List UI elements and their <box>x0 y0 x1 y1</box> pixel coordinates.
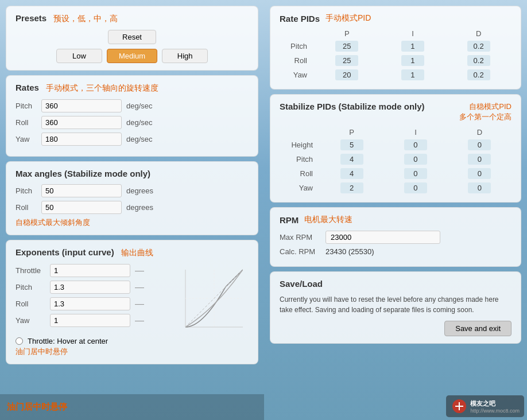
stab-pids-height-i: 0 <box>383 138 447 152</box>
angles-pitch-input[interactable] <box>41 184 122 197</box>
stab-pids-roll-p: 4 <box>320 166 383 181</box>
stabilize-pids-card: Stabilize PIDs (Stabilize mode only) 自稳模… <box>270 94 521 203</box>
rate-pids-yaw-label: Yaw <box>280 68 314 82</box>
stab-pids-annotations: 自稳模式PID 多个第一个定高 <box>459 102 512 122</box>
save-load-card: Save/Load Currently you will have to res… <box>270 271 521 344</box>
rates-title-text: Rates <box>16 83 39 92</box>
presets-annotation: 预设，低，中，高 <box>53 14 118 23</box>
stab-pids-annotation1: 自稳模式PID <box>459 102 512 112</box>
throttle-checkbox-row: Throttle: Hover at center <box>16 337 249 345</box>
throttle-annotation: 油门居中时悬停 <box>16 347 249 357</box>
stab-pids-yaw-label: Yaw <box>280 181 320 195</box>
rpm-rows: Max RPM Calc. RPM 23430 (25530) <box>280 231 512 256</box>
reset-button[interactable]: Reset <box>108 30 156 44</box>
rate-pids-title-row: Rate PIDs 手动模式PID <box>280 13 512 24</box>
stab-pids-pitch-d: 0 <box>448 152 512 166</box>
save-load-title: Save/Load <box>280 279 512 289</box>
exp-yaw-input[interactable] <box>50 314 130 327</box>
angles-roll-unit: degrees <box>126 203 153 212</box>
exponents-inputs: Throttle — Pitch — Roll — <box>16 264 180 335</box>
logo-area: 模友之吧 http://www.moc8.com <box>446 395 524 417</box>
rate-pids-pitch-row: Pitch 25 1 0.2 <box>280 39 512 53</box>
stab-pids-pitch-label: Pitch <box>280 152 320 166</box>
rate-pids-pitch-d: 0.2 <box>445 39 512 53</box>
max-angles-title-text: Max angles (Stabilize mode only) <box>16 169 150 178</box>
max-angles-annotation: 自稳模式最大倾斜角度 <box>16 217 249 228</box>
watermark-text: 油门居中时悬停 <box>7 402 67 413</box>
exponents-title-text: Exponents (input curve) <box>16 247 114 257</box>
rates-pitch-label: Pitch <box>16 102 41 110</box>
logo-url: http://www.moc8.com <box>470 408 520 414</box>
presets-title-text: Presets <box>16 13 46 23</box>
exp-roll-input[interactable] <box>50 297 130 310</box>
rate-pids-pitch-i: 1 <box>380 39 446 53</box>
rpm-title-row: RPM 电机最大转速 <box>280 215 512 225</box>
rate-pids-yaw-row: Yaw 20 1 0.2 <box>280 68 512 82</box>
preset-low-button[interactable]: Low <box>56 49 102 63</box>
rate-pids-card: Rate PIDs 手动模式PID P I D Pitch 25 <box>270 6 521 90</box>
stab-pids-pitch-i: 0 <box>383 152 447 166</box>
save-exit-button[interactable]: Save and exit <box>444 321 512 336</box>
watermark-bar: 油门居中时悬停 <box>0 394 264 420</box>
stab-pids-header-d: D <box>448 127 512 138</box>
preset-high-button[interactable]: High <box>162 49 208 63</box>
throttle-hover-radio[interactable] <box>16 337 23 345</box>
max-rpm-input[interactable] <box>326 231 440 244</box>
rates-yaw-input[interactable] <box>41 133 122 146</box>
stab-pids-yaw-i: 0 <box>383 181 447 195</box>
rate-pids-pitch-label: Pitch <box>280 39 314 53</box>
rates-roll-unit: deg/sec <box>126 118 153 127</box>
curve-svg <box>180 264 243 333</box>
stab-pids-header-p: P <box>320 127 383 138</box>
rate-pids-roll-d: 0.2 <box>445 53 512 68</box>
throttle-hover-label: Throttle: Hover at center <box>28 337 108 345</box>
max-rpm-label: Max RPM <box>280 233 326 242</box>
rate-pids-header-p: P <box>314 28 380 39</box>
rates-title: Rates 手动模式，三个轴向的旋转速度 <box>16 83 249 94</box>
exp-roll-dash: — <box>135 299 144 309</box>
exp-throttle-label: Throttle <box>16 266 50 275</box>
preset-medium-button[interactable]: Medium <box>107 49 157 63</box>
rates-card: Rates 手动模式，三个轴向的旋转速度 Pitch deg/sec Roll … <box>6 75 258 157</box>
angles-pitch-label: Pitch <box>16 186 41 195</box>
exp-roll-row: Roll — <box>16 297 180 310</box>
rate-pids-pitch-p: 25 <box>314 39 380 53</box>
presets-title: Presets 预设，低，中，高 <box>16 13 249 24</box>
exponents-title: Exponents (input curve) 输出曲线 <box>16 247 249 258</box>
stab-pids-height-p: 5 <box>320 138 383 152</box>
stab-pids-yaw-row: Yaw 2 0 0 <box>280 181 512 195</box>
rates-pitch-input[interactable] <box>41 99 122 112</box>
rates-roll-input[interactable] <box>41 116 122 129</box>
exp-throttle-input[interactable] <box>50 264 130 277</box>
rpm-card: RPM 电机最大转速 Max RPM Calc. RPM 23430 (2553… <box>270 207 521 267</box>
exp-pitch-row: Pitch — <box>16 281 180 294</box>
stab-pids-roll-row: Roll 4 0 0 <box>280 166 512 181</box>
stab-pids-header-i: I <box>383 127 447 138</box>
angles-roll-input[interactable] <box>41 201 122 214</box>
stab-pids-height-d: 0 <box>448 138 512 152</box>
exp-pitch-dash: — <box>135 282 144 293</box>
rates-pitch-unit: deg/sec <box>126 102 153 110</box>
rates-roll-label: Roll <box>16 118 41 127</box>
stab-pids-pitch-p: 4 <box>320 152 383 166</box>
exp-pitch-label: Pitch <box>16 283 50 291</box>
preset-buttons-group: Low Medium High <box>56 49 208 63</box>
right-panel: Rate PIDs 手动模式PID P I D Pitch 25 <box>264 0 527 420</box>
rate-pids-roll-p: 25 <box>314 53 380 68</box>
stab-pids-roll-d: 0 <box>448 166 512 181</box>
rate-pids-header-i: I <box>380 28 446 39</box>
angles-pitch-row: Pitch degrees <box>16 184 249 197</box>
exp-pitch-input[interactable] <box>50 281 130 294</box>
logo-icon <box>451 398 468 415</box>
logo-content: 模友之吧 http://www.moc8.com <box>451 398 520 415</box>
logo-text-area: 模友之吧 http://www.moc8.com <box>470 399 520 414</box>
logo-brand: 模友之吧 <box>470 399 520 408</box>
stab-pids-height-row: Height 5 0 0 <box>280 138 512 152</box>
rate-pids-table: P I D Pitch 25 1 0.2 Roll 25 1 <box>280 28 512 82</box>
rate-pids-annotation: 手动模式PID <box>326 13 371 24</box>
rpm-title: RPM <box>280 215 299 225</box>
rate-pids-yaw-i: 1 <box>380 68 446 82</box>
calc-rpm-row: Calc. RPM 23430 (25530) <box>280 247 512 256</box>
exp-throttle-row: Throttle — <box>16 264 180 277</box>
rates-pitch-row: Pitch deg/sec <box>16 99 249 112</box>
